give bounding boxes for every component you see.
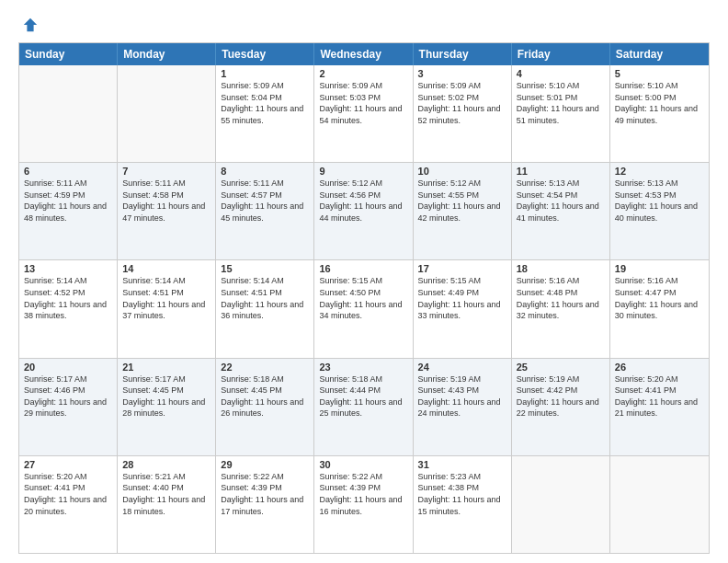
calendar: SundayMondayTuesdayWednesdayThursdayFrid… bbox=[18, 42, 710, 554]
sunset-text: Sunset: 4:50 PM bbox=[319, 287, 407, 299]
sunset-text: Sunset: 4:39 PM bbox=[319, 482, 407, 494]
sunrise-text: Sunrise: 5:11 AM bbox=[24, 178, 112, 190]
cal-cell: 9Sunrise: 5:12 AMSunset: 4:56 PMDaylight… bbox=[314, 163, 413, 259]
sunrise-text: Sunrise: 5:18 AM bbox=[319, 373, 407, 385]
cal-cell: 12Sunrise: 5:13 AMSunset: 4:53 PMDayligh… bbox=[610, 163, 709, 259]
daylight-text: Daylight: 11 hours and 30 minutes. bbox=[615, 299, 704, 322]
sunset-text: Sunset: 4:38 PM bbox=[418, 482, 506, 494]
day-number: 1 bbox=[221, 68, 309, 79]
day-number: 8 bbox=[221, 166, 309, 177]
sunset-text: Sunset: 5:02 PM bbox=[418, 92, 506, 104]
cal-cell bbox=[610, 456, 709, 553]
day-number: 27 bbox=[24, 459, 112, 470]
cal-cell: 15Sunrise: 5:14 AMSunset: 4:51 PMDayligh… bbox=[216, 260, 314, 357]
logo bbox=[18, 17, 39, 33]
sunset-text: Sunset: 4:44 PM bbox=[319, 385, 407, 396]
header-day-monday: Monday bbox=[118, 43, 216, 65]
page: SundayMondayTuesdayWednesdayThursdayFrid… bbox=[0, 0, 728, 563]
cal-cell: 28Sunrise: 5:21 AMSunset: 4:40 PMDayligh… bbox=[118, 456, 216, 553]
daylight-text: Daylight: 11 hours and 15 minutes. bbox=[418, 494, 506, 517]
day-number: 22 bbox=[221, 362, 309, 373]
day-number: 28 bbox=[122, 459, 210, 470]
daylight-text: Daylight: 11 hours and 36 minutes. bbox=[221, 299, 309, 322]
day-number: 25 bbox=[517, 362, 605, 373]
logo-icon bbox=[22, 17, 39, 33]
sunset-text: Sunset: 4:52 PM bbox=[24, 287, 112, 299]
daylight-text: Daylight: 11 hours and 26 minutes. bbox=[221, 396, 309, 419]
cal-cell: 13Sunrise: 5:14 AMSunset: 4:52 PMDayligh… bbox=[19, 260, 118, 357]
sunset-text: Sunset: 4:47 PM bbox=[615, 287, 704, 299]
cal-cell: 19Sunrise: 5:16 AMSunset: 4:47 PMDayligh… bbox=[610, 260, 709, 357]
sunset-text: Sunset: 4:53 PM bbox=[615, 190, 704, 201]
week-row-0: 1Sunrise: 5:09 AMSunset: 5:04 PMDaylight… bbox=[19, 65, 709, 162]
sunset-text: Sunset: 4:58 PM bbox=[122, 190, 210, 201]
daylight-text: Daylight: 11 hours and 37 minutes. bbox=[122, 299, 210, 322]
cal-cell: 26Sunrise: 5:20 AMSunset: 4:41 PMDayligh… bbox=[610, 359, 709, 455]
sunset-text: Sunset: 4:41 PM bbox=[615, 385, 704, 396]
daylight-text: Daylight: 11 hours and 22 minutes. bbox=[517, 396, 605, 419]
cal-cell: 14Sunrise: 5:14 AMSunset: 4:51 PMDayligh… bbox=[118, 260, 216, 357]
sunset-text: Sunset: 4:40 PM bbox=[122, 482, 210, 494]
sunset-text: Sunset: 5:04 PM bbox=[221, 92, 309, 104]
day-number: 12 bbox=[615, 166, 704, 177]
day-number: 10 bbox=[418, 166, 506, 177]
day-number: 19 bbox=[615, 263, 704, 274]
sunset-text: Sunset: 4:54 PM bbox=[517, 190, 605, 201]
cal-cell bbox=[118, 65, 216, 162]
sunrise-text: Sunrise: 5:17 AM bbox=[122, 373, 210, 385]
header-day-saturday: Saturday bbox=[610, 43, 709, 65]
cal-cell: 4Sunrise: 5:10 AMSunset: 5:01 PMDaylight… bbox=[512, 65, 610, 162]
sunrise-text: Sunrise: 5:09 AM bbox=[221, 80, 309, 92]
sunrise-text: Sunrise: 5:09 AM bbox=[418, 80, 506, 92]
cal-cell: 31Sunrise: 5:23 AMSunset: 4:38 PMDayligh… bbox=[414, 456, 512, 553]
day-number: 21 bbox=[122, 362, 210, 373]
day-number: 9 bbox=[319, 166, 407, 177]
sunset-text: Sunset: 4:49 PM bbox=[418, 287, 506, 299]
cal-cell bbox=[512, 456, 610, 553]
sunrise-text: Sunrise: 5:15 AM bbox=[418, 275, 506, 287]
cal-cell: 25Sunrise: 5:19 AMSunset: 4:42 PMDayligh… bbox=[512, 359, 610, 455]
sunrise-text: Sunrise: 5:15 AM bbox=[319, 275, 407, 287]
sunrise-text: Sunrise: 5:19 AM bbox=[418, 373, 506, 385]
sunset-text: Sunset: 4:39 PM bbox=[221, 482, 309, 494]
daylight-text: Daylight: 11 hours and 55 minutes. bbox=[221, 103, 309, 126]
cal-cell: 8Sunrise: 5:11 AMSunset: 4:57 PMDaylight… bbox=[216, 163, 314, 259]
sunset-text: Sunset: 4:42 PM bbox=[517, 385, 605, 396]
daylight-text: Daylight: 11 hours and 17 minutes. bbox=[221, 494, 309, 517]
sunrise-text: Sunrise: 5:14 AM bbox=[24, 275, 112, 287]
header-day-friday: Friday bbox=[512, 43, 610, 65]
header-day-thursday: Thursday bbox=[414, 43, 512, 65]
sunset-text: Sunset: 4:55 PM bbox=[418, 190, 506, 201]
cal-cell bbox=[19, 65, 118, 162]
header-day-sunday: Sunday bbox=[19, 43, 118, 65]
sunrise-text: Sunrise: 5:18 AM bbox=[221, 373, 309, 385]
daylight-text: Daylight: 11 hours and 29 minutes. bbox=[24, 396, 112, 419]
sunrise-text: Sunrise: 5:20 AM bbox=[615, 373, 704, 385]
daylight-text: Daylight: 11 hours and 41 minutes. bbox=[517, 201, 605, 224]
sunrise-text: Sunrise: 5:21 AM bbox=[122, 471, 210, 483]
sunset-text: Sunset: 5:01 PM bbox=[517, 92, 605, 104]
sunset-text: Sunset: 4:48 PM bbox=[517, 287, 605, 299]
svg-marker-0 bbox=[24, 18, 37, 31]
day-number: 24 bbox=[418, 362, 506, 373]
sunset-text: Sunset: 4:46 PM bbox=[24, 385, 112, 396]
cal-cell: 6Sunrise: 5:11 AMSunset: 4:59 PMDaylight… bbox=[19, 163, 118, 259]
sunrise-text: Sunrise: 5:09 AM bbox=[319, 80, 407, 92]
sunrise-text: Sunrise: 5:14 AM bbox=[221, 275, 309, 287]
sunrise-text: Sunrise: 5:12 AM bbox=[319, 178, 407, 190]
sunset-text: Sunset: 4:43 PM bbox=[418, 385, 506, 396]
daylight-text: Daylight: 11 hours and 28 minutes. bbox=[122, 396, 210, 419]
daylight-text: Daylight: 11 hours and 52 minutes. bbox=[418, 103, 506, 126]
cal-cell: 29Sunrise: 5:22 AMSunset: 4:39 PMDayligh… bbox=[216, 456, 314, 553]
cal-cell: 18Sunrise: 5:16 AMSunset: 4:48 PMDayligh… bbox=[512, 260, 610, 357]
daylight-text: Daylight: 11 hours and 54 minutes. bbox=[319, 103, 407, 126]
cal-cell: 2Sunrise: 5:09 AMSunset: 5:03 PMDaylight… bbox=[314, 65, 413, 162]
daylight-text: Daylight: 11 hours and 18 minutes. bbox=[122, 494, 210, 517]
cal-cell: 10Sunrise: 5:12 AMSunset: 4:55 PMDayligh… bbox=[414, 163, 512, 259]
cal-cell: 22Sunrise: 5:18 AMSunset: 4:45 PMDayligh… bbox=[216, 359, 314, 455]
sunset-text: Sunset: 5:00 PM bbox=[615, 92, 704, 104]
daylight-text: Daylight: 11 hours and 21 minutes. bbox=[615, 396, 704, 419]
sunrise-text: Sunrise: 5:22 AM bbox=[319, 471, 407, 483]
day-number: 16 bbox=[319, 263, 407, 274]
cal-cell: 27Sunrise: 5:20 AMSunset: 4:41 PMDayligh… bbox=[19, 456, 118, 553]
